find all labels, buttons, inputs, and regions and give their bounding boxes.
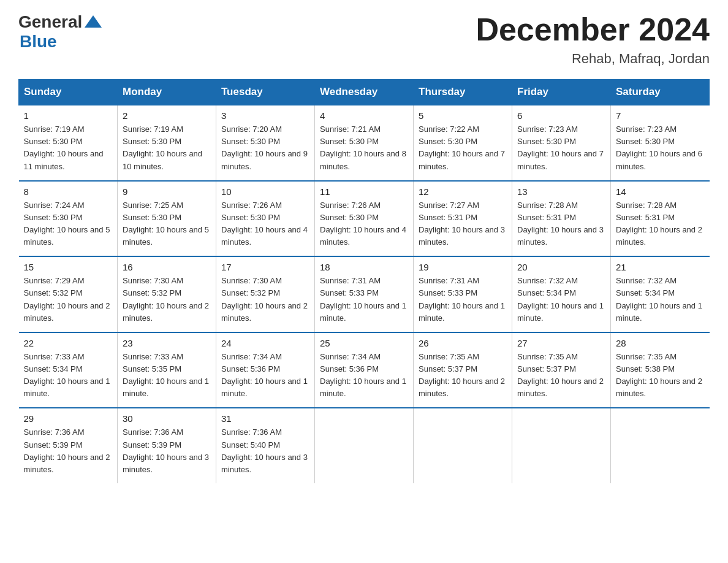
day-info: Sunrise: 7:28 AMSunset: 5:31 PMDaylight:… (616, 201, 702, 247)
day-info: Sunrise: 7:28 AMSunset: 5:31 PMDaylight:… (517, 201, 604, 247)
day-info: Sunrise: 7:36 AMSunset: 5:40 PMDaylight:… (221, 427, 308, 473)
day-number: 12 (419, 186, 507, 197)
calendar-cell (611, 408, 710, 483)
day-info: Sunrise: 7:35 AMSunset: 5:37 PMDaylight:… (419, 352, 505, 398)
day-info: Sunrise: 7:19 AMSunset: 5:30 PMDaylight:… (24, 124, 104, 170)
calendar-cell: 24 Sunrise: 7:34 AMSunset: 5:36 PMDaylig… (216, 332, 315, 408)
day-number: 6 (517, 110, 605, 121)
calendar-cell: 5 Sunrise: 7:22 AMSunset: 5:30 PMDayligh… (414, 105, 512, 181)
calendar-cell: 6 Sunrise: 7:23 AMSunset: 5:30 PMDayligh… (512, 105, 611, 181)
day-info: Sunrise: 7:23 AMSunset: 5:30 PMDaylight:… (517, 124, 604, 170)
day-number: 21 (616, 262, 705, 272)
calendar-cell: 13 Sunrise: 7:28 AMSunset: 5:31 PMDaylig… (512, 181, 611, 257)
day-number: 4 (320, 110, 408, 121)
header-monday: Monday (118, 80, 216, 105)
calendar-cell: 9 Sunrise: 7:25 AMSunset: 5:30 PMDayligh… (118, 181, 216, 257)
day-info: Sunrise: 7:35 AMSunset: 5:38 PMDaylight:… (616, 352, 702, 398)
calendar-week-row: 8 Sunrise: 7:24 AMSunset: 5:30 PMDayligh… (19, 181, 710, 257)
day-info: Sunrise: 7:30 AMSunset: 5:32 PMDaylight:… (123, 276, 209, 322)
calendar-cell: 3 Sunrise: 7:20 AMSunset: 5:30 PMDayligh… (216, 105, 315, 181)
calendar-week-row: 15 Sunrise: 7:29 AMSunset: 5:32 PMDaylig… (19, 256, 710, 332)
day-info: Sunrise: 7:36 AMSunset: 5:39 PMDaylight:… (123, 427, 209, 473)
logo: General Blue (18, 12, 102, 52)
calendar-cell: 25 Sunrise: 7:34 AMSunset: 5:36 PMDaylig… (315, 332, 414, 408)
day-info: Sunrise: 7:34 AMSunset: 5:36 PMDaylight:… (221, 352, 308, 398)
day-info: Sunrise: 7:33 AMSunset: 5:34 PMDaylight:… (24, 352, 110, 398)
calendar-cell: 4 Sunrise: 7:21 AMSunset: 5:30 PMDayligh… (315, 105, 414, 181)
calendar-cell: 29 Sunrise: 7:36 AMSunset: 5:39 PMDaylig… (19, 408, 118, 483)
page-header: General Blue December 2024 Rehab, Mafraq… (18, 12, 710, 67)
logo-blue-text: Blue (20, 32, 57, 52)
day-number: 23 (123, 338, 211, 348)
header-wednesday: Wednesday (315, 80, 414, 105)
day-number: 28 (616, 338, 705, 348)
calendar-cell: 10 Sunrise: 7:26 AMSunset: 5:30 PMDaylig… (216, 181, 315, 257)
day-number: 3 (221, 110, 309, 121)
day-info: Sunrise: 7:31 AMSunset: 5:33 PMDaylight:… (419, 276, 505, 322)
calendar-cell: 28 Sunrise: 7:35 AMSunset: 5:38 PMDaylig… (611, 332, 710, 408)
day-info: Sunrise: 7:21 AMSunset: 5:30 PMDaylight:… (320, 124, 406, 170)
day-number: 8 (24, 186, 113, 197)
day-number: 13 (517, 186, 605, 197)
day-info: Sunrise: 7:29 AMSunset: 5:32 PMDaylight:… (24, 276, 110, 322)
calendar-cell: 19 Sunrise: 7:31 AMSunset: 5:33 PMDaylig… (414, 256, 512, 332)
day-number: 19 (419, 262, 507, 272)
day-info: Sunrise: 7:26 AMSunset: 5:30 PMDaylight:… (221, 201, 308, 247)
day-info: Sunrise: 7:32 AMSunset: 5:34 PMDaylight:… (517, 276, 604, 322)
day-number: 16 (123, 262, 211, 272)
calendar-cell: 21 Sunrise: 7:32 AMSunset: 5:34 PMDaylig… (611, 256, 710, 332)
day-number: 2 (123, 110, 211, 121)
day-info: Sunrise: 7:22 AMSunset: 5:30 PMDaylight:… (419, 124, 505, 170)
day-number: 18 (320, 262, 408, 272)
day-number: 10 (221, 186, 309, 197)
day-number: 29 (24, 413, 113, 424)
day-info: Sunrise: 7:30 AMSunset: 5:32 PMDaylight:… (221, 276, 308, 322)
day-info: Sunrise: 7:27 AMSunset: 5:31 PMDaylight:… (419, 201, 505, 247)
calendar-cell (512, 408, 611, 483)
day-info: Sunrise: 7:25 AMSunset: 5:30 PMDaylight:… (123, 201, 209, 247)
day-number: 30 (123, 413, 211, 424)
logo-triangle-icon (85, 15, 102, 28)
calendar-cell: 26 Sunrise: 7:35 AMSunset: 5:37 PMDaylig… (414, 332, 512, 408)
calendar-cell (315, 408, 414, 483)
calendar-week-row: 29 Sunrise: 7:36 AMSunset: 5:39 PMDaylig… (19, 408, 710, 483)
day-number: 7 (616, 110, 705, 121)
day-number: 20 (517, 262, 605, 272)
day-number: 31 (221, 413, 309, 424)
day-number: 5 (419, 110, 507, 121)
header-sunday: Sunday (19, 80, 118, 105)
calendar-cell: 7 Sunrise: 7:23 AMSunset: 5:30 PMDayligh… (611, 105, 710, 181)
location-subtitle: Rehab, Mafraq, Jordan (476, 51, 710, 67)
calendar-week-row: 1 Sunrise: 7:19 AMSunset: 5:30 PMDayligh… (19, 105, 710, 181)
day-number: 14 (616, 186, 705, 197)
day-info: Sunrise: 7:24 AMSunset: 5:30 PMDaylight:… (24, 201, 110, 247)
header-saturday: Saturday (611, 80, 710, 105)
day-info: Sunrise: 7:23 AMSunset: 5:30 PMDaylight:… (616, 124, 702, 170)
day-info: Sunrise: 7:31 AMSunset: 5:33 PMDaylight:… (320, 276, 406, 322)
day-number: 17 (221, 262, 309, 272)
header-friday: Friday (512, 80, 611, 105)
calendar-cell: 16 Sunrise: 7:30 AMSunset: 5:32 PMDaylig… (118, 256, 216, 332)
day-number: 11 (320, 186, 408, 197)
calendar-cell: 22 Sunrise: 7:33 AMSunset: 5:34 PMDaylig… (19, 332, 118, 408)
calendar-cell: 20 Sunrise: 7:32 AMSunset: 5:34 PMDaylig… (512, 256, 611, 332)
calendar-cell: 23 Sunrise: 7:33 AMSunset: 5:35 PMDaylig… (118, 332, 216, 408)
calendar-cell: 31 Sunrise: 7:36 AMSunset: 5:40 PMDaylig… (216, 408, 315, 483)
day-number: 9 (123, 186, 211, 197)
day-number: 25 (320, 338, 408, 348)
calendar-cell: 15 Sunrise: 7:29 AMSunset: 5:32 PMDaylig… (19, 256, 118, 332)
title-block: December 2024 Rehab, Mafraq, Jordan (476, 12, 710, 67)
calendar-cell: 17 Sunrise: 7:30 AMSunset: 5:32 PMDaylig… (216, 256, 315, 332)
day-info: Sunrise: 7:32 AMSunset: 5:34 PMDaylight:… (616, 276, 702, 322)
calendar-cell: 18 Sunrise: 7:31 AMSunset: 5:33 PMDaylig… (315, 256, 414, 332)
logo-general-text: General (18, 12, 82, 32)
day-info: Sunrise: 7:34 AMSunset: 5:36 PMDaylight:… (320, 352, 406, 398)
day-number: 27 (517, 338, 605, 348)
calendar-table: SundayMondayTuesdayWednesdayThursdayFrid… (18, 79, 710, 483)
calendar-cell: 27 Sunrise: 7:35 AMSunset: 5:37 PMDaylig… (512, 332, 611, 408)
calendar-cell: 12 Sunrise: 7:27 AMSunset: 5:31 PMDaylig… (414, 181, 512, 257)
day-number: 26 (419, 338, 507, 348)
day-info: Sunrise: 7:36 AMSunset: 5:39 PMDaylight:… (24, 427, 110, 473)
calendar-cell: 11 Sunrise: 7:26 AMSunset: 5:30 PMDaylig… (315, 181, 414, 257)
day-info: Sunrise: 7:19 AMSunset: 5:30 PMDaylight:… (123, 124, 202, 170)
